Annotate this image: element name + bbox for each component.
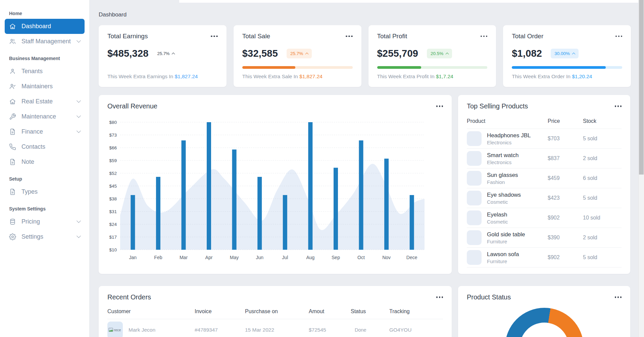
sidebar-section-label: System Settings: [9, 206, 80, 211]
sidebar-item-contacts[interactable]: Contacts: [5, 139, 85, 154]
product-name: Headphones JBL: [487, 132, 531, 139]
product-cell: Lawson sofaFurniture: [467, 250, 548, 265]
stat-card-total-earnings: Total Earnings$485,32825.7%This Week Ext…: [99, 25, 227, 87]
product-cell: Eye shadowsCosmetic: [467, 191, 548, 205]
stat-card-title: Total Order: [512, 33, 543, 40]
product-category: Cosmetic: [487, 219, 508, 225]
middle-row: Overall Revenue $80$73$66$59$52$45$38$31…: [99, 95, 631, 274]
y-axis-tick-label: $73: [109, 133, 117, 138]
chevron-up-icon: [572, 52, 576, 56]
x-axis-tick-label: Sep: [332, 255, 340, 260]
table-row: Gold side tableFurniture$3902 sold: [467, 228, 622, 248]
panel-title: Recent Orders: [107, 293, 151, 301]
stat-card-footer: This Week Extra Profit In $1,7.24: [377, 74, 488, 80]
column-header: Pusrchase on: [245, 308, 309, 315]
percent-badge: 25.7%: [287, 49, 312, 58]
stat-card-total-profit: Total Profit$255,70920.5%This Week Extra…: [368, 25, 496, 87]
progress-bar: [242, 66, 353, 69]
sidebar-section-label: Business Management: [9, 56, 80, 61]
document-icon: [9, 158, 16, 165]
table-row: Lawson sofaFurniture$9025 sold: [467, 248, 622, 268]
sidebar-item-staff-management[interactable]: Staff Management: [5, 34, 85, 49]
x-axis-tick-label: Aug: [306, 255, 314, 260]
stat-card-footer: This Week Extra Order In $1,20.24: [512, 74, 622, 80]
sidebar-item-pricing[interactable]: Pricing: [5, 214, 85, 229]
product-info: Smart watchElectronics: [487, 152, 518, 165]
home-icon: [9, 98, 16, 105]
product-status-donut-chart: [505, 308, 584, 337]
table-row: Headphones JBLElectronics$7035 sold: [467, 129, 622, 149]
stat-card-title: Total Profit: [377, 33, 407, 40]
more-options-button[interactable]: [481, 34, 488, 39]
more-options-button[interactable]: [436, 104, 443, 108]
sidebar-item-maintenance[interactable]: Maintenance: [5, 109, 85, 124]
sidebar-item-label: Maintainers: [21, 83, 53, 90]
more-options-button[interactable]: [615, 34, 623, 39]
revenue-bar: [308, 122, 312, 250]
sidebar-item-finance[interactable]: Finance: [5, 124, 85, 139]
revenue-bar: [182, 140, 186, 250]
scrollbar-thumb[interactable]: [639, 0, 644, 175]
product-thumbnail: [467, 151, 482, 166]
column-header: Tracking: [389, 308, 443, 315]
chevron-down-icon: [77, 38, 81, 43]
stat-card-value: $32,585: [242, 48, 278, 59]
product-stock: 5 sold: [583, 195, 622, 201]
table-row: Smart watchElectronics$8372 sold: [467, 149, 622, 168]
product-price: $423: [548, 195, 583, 201]
more-options-button[interactable]: [615, 295, 622, 299]
stat-card-header: Total Profit: [377, 33, 488, 40]
more-options-button[interactable]: [615, 104, 622, 108]
vertical-scrollbar[interactable]: [638, 0, 644, 337]
footer-amount: $1,827.24: [175, 74, 198, 79]
stat-card-value: $485,328: [107, 48, 149, 59]
sidebar-item-label: Staff Management: [21, 38, 71, 45]
product-name: Smart watch: [487, 152, 518, 159]
product-info: Sun glassesFashion: [487, 172, 518, 185]
revenue-bar: [156, 177, 160, 250]
product-category: Fashion: [487, 179, 518, 185]
y-axis-tick-label: $38: [109, 196, 117, 201]
stat-card-total-order: Total Order$1,08230.00%This Week Extra O…: [503, 25, 631, 87]
percent-text: 30.00%: [554, 51, 570, 56]
revenue-bar: [334, 168, 338, 250]
sidebar-item-maintainers[interactable]: Maintainers: [5, 79, 85, 94]
product-thumbnail: [467, 131, 482, 146]
product-info: Lawson sofaFurniture: [487, 251, 519, 264]
more-options-button[interactable]: [346, 34, 353, 39]
product-stock: 2 sold: [583, 155, 622, 161]
x-axis-tick-label: Jul: [282, 255, 288, 260]
table-row: Eye shadowsCosmetic$4235 sold: [467, 188, 622, 208]
sidebar-item-real-estate[interactable]: Real Estate: [5, 94, 85, 109]
sidebar-item-dashboard[interactable]: Dashboard: [5, 19, 85, 34]
stat-card-value-row: $1,08230.00%: [512, 48, 622, 59]
x-axis-tick-label: Oct: [357, 255, 365, 260]
sidebar-item-note[interactable]: Note: [5, 154, 85, 170]
sidebar-item-settings[interactable]: Settings: [5, 229, 85, 244]
progress-fill: [242, 66, 295, 69]
chevron-down-icon: [77, 219, 81, 223]
stat-card-value-row: $32,58525.7%: [242, 48, 353, 59]
chevron-down-icon: [77, 98, 81, 103]
product-thumbnail: [467, 250, 482, 265]
product-thumbnail: [467, 230, 482, 245]
sidebar-item-types[interactable]: Types: [5, 184, 85, 199]
top-selling-header-row: Product Price Stock: [467, 118, 622, 129]
sidebar-item-label: Finance: [21, 128, 43, 135]
sidebar-item-tenants[interactable]: Tenants: [5, 64, 85, 79]
gear-icon: [9, 233, 16, 240]
stat-card-total-sale: Total Sale$32,58525.7%This Week Extra Sa…: [234, 25, 361, 87]
product-info: Eye shadowsCosmetic: [487, 192, 521, 205]
more-options-button[interactable]: [211, 34, 218, 39]
sidebar-item-label: Types: [21, 188, 38, 195]
sidebar-section-label: Home: [9, 11, 80, 16]
chevron-up-icon: [446, 52, 449, 56]
database-icon: [9, 218, 16, 225]
product-category: Furniture: [487, 258, 519, 264]
product-stock: 10 sold: [583, 215, 622, 221]
product-cell: Gold side tableFurniture: [467, 230, 548, 245]
percent-text: 20.5%: [431, 51, 443, 56]
footer-label: This Week Extra Earnings In: [107, 74, 175, 79]
more-options-button[interactable]: [436, 295, 443, 299]
revenue-bar: [359, 140, 363, 250]
